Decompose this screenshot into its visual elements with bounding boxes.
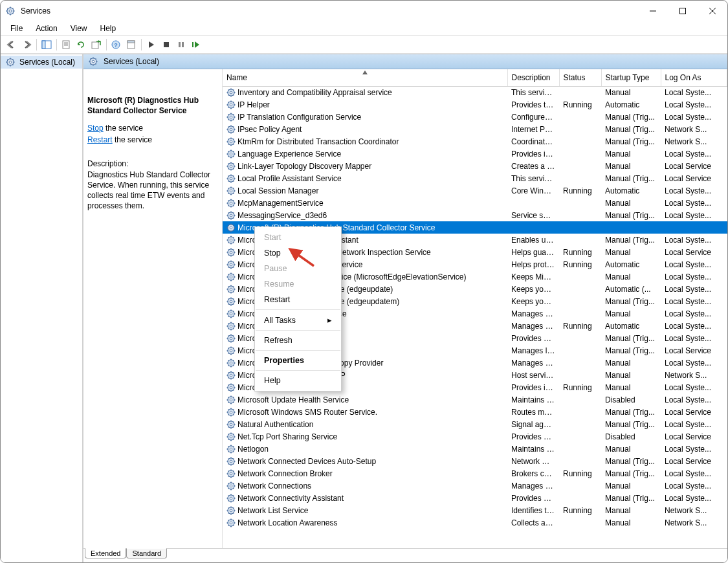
svg-rect-25 bbox=[164, 42, 169, 47]
table-row[interactable]: IP HelperProvides tu...RunningAutomaticL… bbox=[223, 98, 727, 111]
chevron-right-icon: ▸ bbox=[327, 315, 332, 325]
menubar: File Action View Help bbox=[1, 21, 727, 36]
table-row[interactable]: Inventory and Compatibility Appraisal se… bbox=[223, 86, 727, 98]
titlebar: Services bbox=[1, 1, 727, 21]
stop-link[interactable]: Stop bbox=[87, 124, 104, 133]
table-row[interactable]: Local Session ManagerCore Windo...Runnin… bbox=[223, 184, 727, 197]
description-text: Diagnostics Hub Standard Collector Servi… bbox=[87, 170, 217, 212]
menu-action[interactable]: Action bbox=[30, 22, 63, 35]
table-row[interactable]: KtmRm for Distributed Transaction Coordi… bbox=[223, 135, 727, 148]
restart-link[interactable]: Restart bbox=[87, 135, 113, 144]
pause-service-button[interactable] bbox=[174, 38, 188, 52]
ctx-start: Start bbox=[255, 230, 341, 245]
forward-button[interactable] bbox=[19, 38, 34, 52]
show-hide-tree-button[interactable] bbox=[39, 38, 54, 52]
table-row[interactable]: Language Experience ServiceProvides inf.… bbox=[223, 148, 727, 160]
export-list-button[interactable] bbox=[60, 38, 74, 52]
table-row[interactable]: Microsoft Windows SMS Router Service.Rou… bbox=[223, 406, 727, 418]
minimize-button[interactable] bbox=[638, 1, 668, 21]
start-service-button[interactable] bbox=[144, 38, 159, 52]
selected-service-name: Microsoft (R) Diagnostics Hub Standard C… bbox=[87, 95, 217, 116]
refresh-button[interactable] bbox=[74, 38, 89, 52]
scope-tree: Services (Local) bbox=[1, 54, 83, 562]
ctx-all-tasks[interactable]: All Tasks ▸ bbox=[255, 312, 341, 328]
svg-rect-20 bbox=[92, 42, 98, 49]
services-icon bbox=[6, 6, 15, 16]
menu-help[interactable]: Help bbox=[94, 22, 122, 35]
svg-text:?: ? bbox=[114, 41, 118, 48]
table-row[interactable]: Network Connected Devices Auto-SetupNetw… bbox=[223, 455, 727, 467]
col-startup[interactable]: Startup Type bbox=[601, 69, 661, 86]
col-logon[interactable]: Log On As bbox=[661, 69, 727, 86]
table-row[interactable]: Link-Layer Topology Discovery MapperCrea… bbox=[223, 160, 727, 172]
table-row[interactable]: Natural AuthenticationSignal aggr...Manu… bbox=[223, 418, 727, 430]
ctx-refresh[interactable]: Refresh bbox=[255, 333, 341, 348]
tab-extended[interactable]: Extended bbox=[85, 548, 126, 558]
svg-rect-24 bbox=[127, 41, 135, 43]
tree-item-services-local[interactable]: Services (Local) bbox=[1, 56, 82, 69]
table-row[interactable]: Network Connection BrokerBrokers con...R… bbox=[223, 467, 727, 480]
table-row[interactable]: Net.Tcp Port Sharing ServiceProvides abi… bbox=[223, 430, 727, 443]
tree-item-label: Services (Local) bbox=[19, 58, 75, 67]
svg-rect-26 bbox=[179, 42, 181, 47]
maximize-button[interactable] bbox=[668, 1, 698, 21]
ctx-resume: Resume bbox=[255, 276, 341, 292]
menu-file[interactable]: File bbox=[5, 22, 28, 35]
table-row[interactable]: Network ConnectionsManages o...ManualLoc… bbox=[223, 480, 727, 492]
table-row[interactable]: IPsec Policy AgentInternet Pro...Manual … bbox=[223, 123, 727, 135]
export-button[interactable] bbox=[89, 38, 104, 52]
ctx-properties[interactable]: Properties bbox=[255, 353, 341, 368]
col-description[interactable]: Description bbox=[507, 69, 559, 86]
stop-service-button[interactable] bbox=[159, 38, 173, 52]
menu-view[interactable]: View bbox=[65, 22, 93, 35]
table-row[interactable]: McpManagementServiceManualLocal Syste... bbox=[223, 197, 727, 209]
svg-rect-11 bbox=[680, 8, 686, 14]
bottom-tabs: Extended Standard bbox=[83, 548, 727, 562]
col-name[interactable]: Name bbox=[223, 69, 507, 86]
table-row[interactable]: Network List ServiceIdentifies th...Runn… bbox=[223, 504, 727, 516]
tab-standard[interactable]: Standard bbox=[126, 548, 167, 558]
ctx-help[interactable]: Help bbox=[255, 373, 341, 388]
help-button[interactable]: ? bbox=[109, 38, 124, 52]
close-button[interactable] bbox=[698, 1, 727, 21]
svg-rect-16 bbox=[63, 41, 69, 49]
window-title: Services bbox=[21, 6, 50, 16]
table-row[interactable]: Network Connectivity AssistantProvides D… bbox=[223, 492, 727, 504]
sort-asc-icon bbox=[362, 71, 368, 74]
svg-rect-15 bbox=[42, 41, 45, 49]
services-icon bbox=[89, 57, 98, 66]
table-row[interactable]: Microsoft Update Health ServiceMaintains… bbox=[223, 393, 727, 406]
toolbar: ? bbox=[1, 36, 727, 54]
description-label: Description: bbox=[87, 159, 217, 169]
details-panel: Microsoft (R) Diagnostics Hub Standard C… bbox=[83, 69, 223, 548]
ctx-stop[interactable]: Stop bbox=[255, 245, 341, 261]
pane-header: Services (Local) bbox=[83, 54, 727, 69]
table-row[interactable]: NetlogonMaintains a ...ManualLocal Syste… bbox=[223, 443, 727, 455]
back-button[interactable] bbox=[5, 38, 19, 52]
table-row[interactable]: Network Location AwarenessCollects an...… bbox=[223, 516, 727, 529]
table-row[interactable]: MessagingService_d3ed6Service sup...Manu… bbox=[223, 209, 727, 221]
restart-service-button[interactable] bbox=[189, 38, 203, 52]
table-row[interactable]: IP Translation Configuration ServiceConf… bbox=[223, 111, 727, 123]
col-status[interactable]: Status bbox=[559, 69, 601, 86]
context-menu: Start Stop Pause Resume Restart All Task… bbox=[254, 226, 342, 392]
properties-button[interactable] bbox=[124, 38, 138, 52]
services-icon bbox=[6, 58, 15, 67]
ctx-restart[interactable]: Restart bbox=[255, 292, 341, 307]
ctx-pause: Pause bbox=[255, 261, 341, 276]
svg-rect-28 bbox=[192, 42, 193, 47]
table-row[interactable]: Local Profile Assistant ServiceThis serv… bbox=[223, 172, 727, 184]
pane-header-title: Services (Local) bbox=[104, 57, 159, 66]
svg-rect-27 bbox=[182, 42, 184, 47]
